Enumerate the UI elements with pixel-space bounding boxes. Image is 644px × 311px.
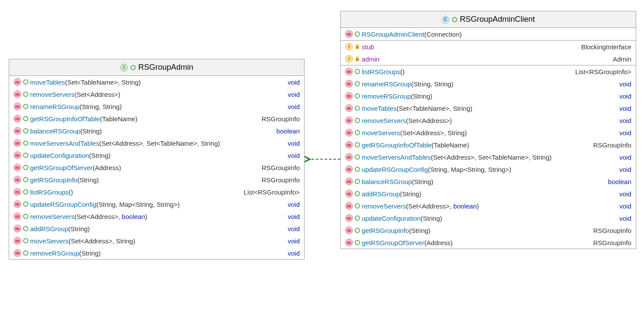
member-return-type: void: [615, 80, 631, 88]
member-row: mgetRSGroupOfServer(Address)RSGroupInfo: [9, 161, 304, 174]
method-icon: m: [345, 214, 353, 222]
member-name[interactable]: getRSGroupInfoOfTable: [362, 141, 432, 149]
member-name[interactable]: addRSGroup: [362, 190, 400, 198]
member-row: mgetRSGroupInfo(String)RSGroupInfo: [341, 224, 636, 236]
method-icon: m: [345, 68, 353, 75]
member-row: mmoveTables(Set<TableName>, String)void: [341, 102, 636, 114]
class-box-rsgroupadmin: I RSGroupAdmin mmoveTables(Set<TableName…: [9, 59, 305, 260]
member-row: mgetRSGroupInfo(String)RSGroupInfo: [9, 174, 304, 186]
member-row: mupdateRSGroupConfig(String, Map<String,…: [9, 198, 304, 210]
member-params: (String): [69, 225, 90, 232]
method-icon: m: [14, 200, 21, 208]
method-icon: m: [14, 212, 21, 220]
member-row: mupdateConfiguration(String)void: [9, 149, 304, 161]
svg-point-1: [24, 80, 28, 84]
member-name[interactable]: balanceRSGroup: [362, 178, 412, 185]
member-name[interactable]: removeServers: [30, 91, 75, 98]
member-name[interactable]: listRSGroups: [30, 188, 69, 196]
public-mod-icon: [23, 165, 28, 170]
member-name[interactable]: RSGroupAdminClient: [362, 31, 424, 38]
svg-point-21: [355, 82, 360, 86]
class-icon: C: [442, 16, 449, 24]
method-icon: m: [14, 176, 21, 184]
method-icon: m: [345, 129, 353, 137]
member-return-type: void: [615, 105, 631, 112]
member-name[interactable]: moveServersAndTables: [30, 140, 99, 147]
public-mod-icon: [23, 202, 28, 207]
member-name[interactable]: getRSGroupOfServer: [362, 239, 424, 246]
public-mod-icon: [355, 154, 360, 160]
member-params: (Set<Address>, Set<TableName>, String): [99, 140, 220, 147]
member-row: mrenameRSGroup(String, String)void: [341, 78, 636, 90]
svg-point-27: [355, 155, 360, 159]
member-return-type: RSGroupInfo: [589, 227, 631, 234]
member-name[interactable]: admin: [362, 55, 380, 63]
member-name[interactable]: updateRSGroupConfig: [30, 201, 96, 208]
member-return-type: RSGroupInfo: [257, 164, 300, 171]
member-params: (Set<Address>,: [406, 202, 453, 210]
member-name[interactable]: removeRSGroup: [30, 249, 79, 257]
method-icon: m: [14, 188, 21, 196]
member-name[interactable]: getRSGroupInfo: [30, 176, 77, 184]
svg-point-13: [24, 226, 28, 231]
member-name[interactable]: getRSGroupOfServer: [30, 164, 92, 171]
public-mod-icon: [23, 214, 28, 219]
public-mod-icon: [355, 69, 360, 74]
member-params: (String): [411, 92, 432, 100]
member-name[interactable]: moveTables: [30, 79, 65, 86]
member-return-type: void: [615, 154, 631, 161]
member-return-type: void: [283, 213, 300, 220]
member-row: mremoveServers(Set<Address>)void: [341, 114, 636, 126]
member-name[interactable]: renameRSGroup: [30, 103, 79, 110]
member-name[interactable]: updateConfiguration: [362, 215, 421, 222]
member-return-type: RSGroupInfo: [257, 115, 300, 123]
member-params: (Set<TableName>, String): [397, 105, 472, 112]
member-name[interactable]: moveServersAndTables: [362, 154, 431, 161]
member-return-type: boolean: [604, 178, 631, 185]
member-params: (): [69, 188, 73, 196]
member-name[interactable]: updateConfiguration: [30, 152, 89, 159]
member-name[interactable]: listRSGroups: [362, 68, 400, 75]
member-row: maddRSGroup(String)void: [9, 222, 304, 235]
member-name[interactable]: moveServers: [362, 129, 400, 137]
field-icon: f: [345, 55, 353, 63]
public-mod-icon: [23, 128, 28, 133]
member-row: mmoveTables(Set<TableName>, String)void: [9, 76, 304, 88]
public-mod-icon: [355, 179, 360, 184]
member-name[interactable]: removeRSGroup: [362, 92, 411, 100]
member-name[interactable]: addRSGroup: [30, 225, 69, 232]
public-mod-icon: [355, 142, 360, 147]
method-icon: m: [14, 164, 21, 171]
member-return-type: RSGroupInfo: [589, 239, 631, 246]
member-name[interactable]: balanceRSGroup: [30, 127, 80, 135]
member-name[interactable]: stub: [362, 43, 374, 51]
member-name[interactable]: updateRSGroupConfig: [362, 166, 428, 173]
method-icon: m: [345, 165, 353, 173]
svg-point-16: [452, 17, 457, 22]
member-row: mremoveRSGroup(String)void: [9, 247, 304, 259]
svg-point-14: [24, 239, 28, 243]
member-row: mbalanceRSGroup(String)boolean: [9, 125, 304, 137]
member-name[interactable]: getRSGroupInfo: [362, 227, 409, 234]
method-icon: m: [345, 239, 353, 246]
svg-point-7: [24, 153, 28, 157]
public-mod-icon: [355, 191, 360, 196]
member-name[interactable]: removeServers: [362, 202, 406, 210]
svg-point-4: [24, 116, 28, 121]
member-name[interactable]: moveTables: [362, 105, 397, 112]
member-name[interactable]: moveServers: [30, 237, 69, 245]
member-name[interactable]: getRSGroupInfoOfTable: [30, 115, 100, 123]
method-icon: m: [345, 190, 353, 198]
method-icon: m: [14, 90, 21, 98]
member-name[interactable]: renameRSGroup: [362, 80, 411, 88]
svg-point-9: [24, 178, 28, 182]
member-params: (Set<Address>): [75, 91, 120, 98]
svg-point-3: [24, 104, 28, 109]
member-row: mremoveServers(Set<Address>)void: [9, 88, 304, 100]
field-icon: f: [345, 43, 353, 51]
member-params: (TableName): [100, 115, 137, 123]
member-params: (Connection): [424, 31, 462, 38]
member-name[interactable]: removeServers: [362, 117, 406, 124]
svg-point-5: [24, 129, 28, 133]
member-name[interactable]: removeServers: [30, 213, 75, 220]
